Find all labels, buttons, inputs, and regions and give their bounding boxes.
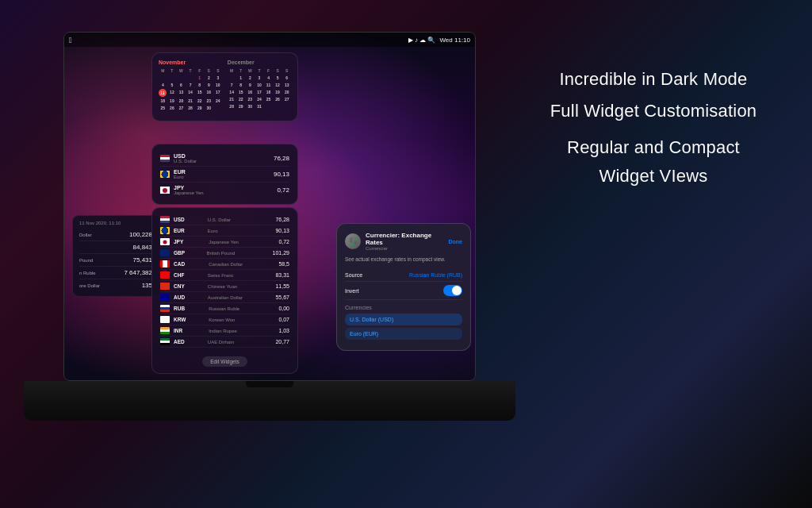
source-label: Source	[345, 272, 362, 278]
eur-code: EUR	[174, 169, 274, 175]
flag-jpy-big	[160, 238, 170, 245]
lw-value-3: 75,431	[133, 256, 152, 264]
big-gbp-val: 101,29	[273, 250, 289, 256]
jpy-name: Japanese Yen	[174, 190, 277, 195]
big-cny-name: Chinese Yuan	[208, 284, 276, 289]
feature-line-1: Incredible in Dark Mode	[527, 64, 780, 95]
apple-menu[interactable]: 	[69, 36, 72, 44]
lw-label-3: Pound	[79, 258, 93, 263]
currency-row-usd-sm: USD U.S. Dollar 76,28	[160, 151, 289, 167]
menu-bar-time: Wed 11:10	[439, 37, 470, 44]
large-widget-row-3: Pound 75,431	[79, 254, 152, 267]
currency-widget-small: USD U.S. Dollar 76,28 EUR Euro 90,13	[151, 144, 298, 205]
big-inr-val: 1,03	[278, 328, 289, 333]
flag-eur-big	[160, 227, 170, 234]
usd-name: U.S. Dollar	[174, 159, 274, 164]
big-aud-val: 55,67	[275, 294, 289, 300]
settings-app-name: Currencier	[366, 246, 449, 251]
december-calendar: December M T W T F S S 1 2 3 4 5	[228, 60, 291, 111]
feature-line-2: Full Widget Customisation	[527, 95, 780, 127]
flag-cny-big	[160, 283, 170, 290]
currency-list-usd[interactable]: U.S. Dollar (USD)	[345, 314, 462, 325]
big-usd-code: USD	[174, 217, 208, 222]
big-krw-name: Korean Won	[209, 318, 278, 322]
menu-bar-right: ▶ ♪ ☁ 🔍 Wed 11:10	[408, 37, 470, 44]
big-krw-code: KRW	[174, 317, 209, 322]
large-widget-row-4: n Ruble 7 647,382	[79, 267, 152, 279]
calendar-header: November M T W T F S S 1 2	[159, 60, 291, 111]
big-rub-name: Russian Ruble	[209, 306, 278, 311]
settings-description: See actual exchange rates in compact vie…	[345, 256, 462, 263]
usd-value-sm: 76,28	[274, 155, 289, 162]
cal-header-s2: S	[214, 67, 223, 74]
flag-rub-big	[160, 305, 170, 312]
feature-line-4: Widget VIews	[527, 160, 780, 192]
today-cell: 11	[159, 89, 167, 97]
currency-list-eur[interactable]: Euro (EUR)	[345, 328, 462, 340]
currency-row-eur-sm: EUR Euro 90,13	[160, 167, 289, 183]
laptop-notch	[246, 381, 293, 387]
menu-bar:  ▶ ♪ ☁ 🔍 Wed 11:10	[64, 33, 475, 47]
big-gbp-code: GBP	[174, 250, 207, 256]
lw-label-4: n Ruble	[79, 271, 96, 275]
flag-aud-big	[160, 294, 170, 301]
flag-eur	[160, 171, 170, 178]
settings-title: Currencier: Exchange Rates	[366, 232, 449, 246]
nov-grid: M T W T F S S 1 2 3 4	[159, 67, 222, 111]
cal-header-t: T	[168, 67, 177, 74]
large-currency-widget: 11 Nov 2020, 11:10 Dollar 100,228 84,843…	[72, 215, 159, 297]
jpy-code: JPY	[174, 185, 277, 190]
flag-jpy	[160, 187, 170, 194]
flag-inr-big	[160, 327, 170, 334]
settings-row-source: Source Russian Ruble (RUB)	[345, 269, 462, 282]
flag-cad-big	[160, 260, 170, 267]
settings-panel: 💱 Currencier: Exchange Rates Currencier …	[336, 223, 471, 351]
menu-bar-icons: ▶ ♪ ☁ 🔍	[408, 37, 436, 44]
right-panel: Incredible in Dark Mode Full Widget Cust…	[527, 64, 780, 192]
big-jpy-name: Japanese Yen	[209, 240, 278, 244]
flag-usd	[160, 155, 170, 162]
big-rub-code: RUB	[174, 306, 209, 311]
large-widget-date: 11 Nov 2020, 11:10	[79, 221, 152, 225]
eur-name: Euro	[174, 175, 274, 179]
done-button[interactable]: Done	[449, 239, 463, 244]
cal-header-f: F	[195, 67, 204, 74]
lw-value-1: 100,228	[129, 231, 152, 238]
cal-header-s: S	[205, 67, 213, 74]
lw-label-5: ore Dollar	[79, 283, 100, 288]
flag-aed-big	[160, 338, 170, 345]
settings-row-invert: Invert	[345, 282, 462, 300]
large-widget-row-1: Dollar 100,228	[79, 229, 152, 241]
november-calendar: November M T W T F S S 1 2	[159, 60, 222, 111]
cal-header-w: W	[177, 67, 186, 74]
lw-value-2: 84,843	[133, 244, 152, 251]
lw-value-5: 135	[142, 282, 152, 289]
currency-row-jpy-sm: JPY Japanese Yen 0,72	[160, 183, 289, 198]
dec-grid: M T W T F S S 1 2 3 4 5 6 7	[228, 67, 291, 110]
big-cny-val: 11,55	[275, 283, 289, 289]
big-inr-name: Indian Rupee	[209, 329, 278, 333]
big-cad-val: 58,5	[278, 261, 289, 267]
big-inr-code: INR	[174, 328, 209, 333]
source-value[interactable]: Russian Ruble (RUB)	[409, 272, 462, 278]
cal-header-t2: T	[186, 67, 195, 74]
large-widget-row-2: 84,843	[79, 241, 152, 254]
laptop-screen:  ▶ ♪ ☁ 🔍 Wed 11:10 November M T W T F	[63, 32, 476, 381]
flag-gbp-big	[160, 249, 170, 256]
invert-label: Invert	[345, 288, 359, 294]
big-usd-val: 76,28	[275, 217, 289, 222]
invert-toggle[interactable]	[443, 285, 462, 296]
big-krw-val: 0,07	[278, 317, 289, 322]
currency-widget-big: USD U.S. Dollar 76,28 EUR Euro 90,13 JPY…	[151, 207, 298, 374]
big-chf-val: 83,31	[275, 272, 289, 278]
big-eur-code: EUR	[174, 228, 208, 233]
big-aud-code: AUD	[174, 294, 208, 300]
settings-header: 💱 Currencier: Exchange Rates Currencier …	[345, 232, 462, 251]
jpy-value-sm: 0,72	[277, 187, 289, 194]
edit-widgets-button[interactable]: Edit Widgets	[202, 356, 247, 367]
big-jpy-code: JPY	[174, 239, 209, 244]
big-cad-code: CAD	[174, 261, 209, 267]
calendar-widget: November M T W T F S S 1 2	[151, 52, 298, 121]
big-cad-name: Canadian Dollar	[209, 262, 278, 267]
november-label: November	[159, 60, 222, 65]
